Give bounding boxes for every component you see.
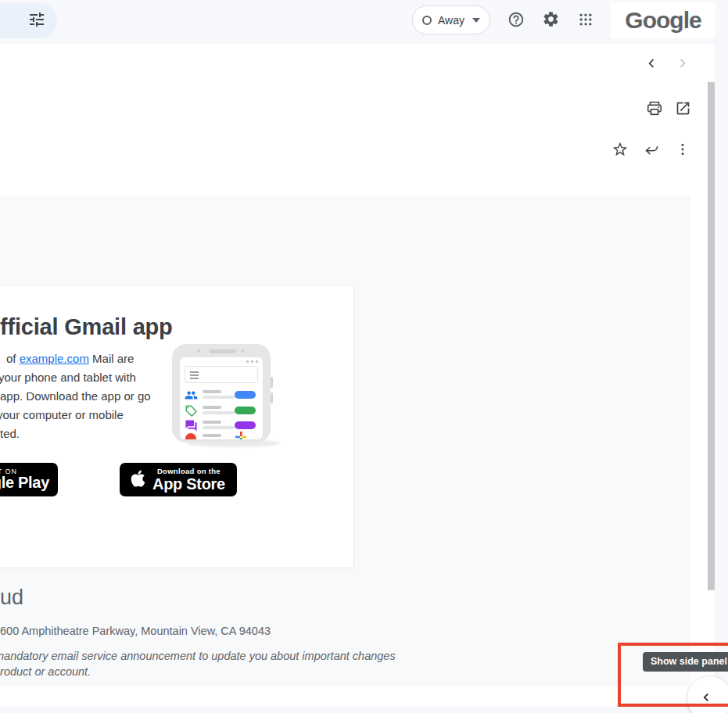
- footer-disclaimer-line-2: product or account.: [0, 665, 91, 678]
- phone-volume-button: [271, 392, 273, 403]
- chevron-left-icon: [698, 690, 714, 708]
- blue-pill: [235, 391, 256, 399]
- newer-email-button[interactable]: [636, 48, 667, 80]
- top-bar: Away Google: [0, 0, 728, 44]
- phone-volume-button: [271, 377, 273, 388]
- availability-status-selector[interactable]: Away: [412, 5, 490, 34]
- phone-inbox-row: [185, 389, 258, 401]
- phone-speaker: [210, 349, 236, 353]
- older-email-button[interactable]: [667, 48, 698, 80]
- chevron-down-icon: [472, 18, 480, 23]
- star-button[interactable]: [604, 134, 636, 166]
- phone-inbox-row: [185, 432, 258, 439]
- body-line-3: app. Download the app or go: [0, 389, 151, 403]
- google-apps-button[interactable]: [570, 5, 601, 36]
- phone-inbox-row: [185, 419, 258, 432]
- body-line-4: your computer or mobile: [0, 408, 124, 421]
- purple-pill: [235, 421, 256, 429]
- compose-plus-icon: [235, 431, 258, 439]
- search-options-button[interactable]: [0, 3, 57, 38]
- phone-search-bar: [185, 366, 258, 383]
- away-status-icon: [422, 16, 432, 25]
- phone-status-icons: [246, 360, 258, 363]
- bottom-margin: [0, 706, 728, 713]
- status-label: Away: [438, 14, 464, 27]
- account-logo[interactable]: Google: [611, 2, 715, 38]
- gmail-window: Away Google: [0, 0, 728, 713]
- print-button[interactable]: [639, 94, 670, 125]
- settings-button[interactable]: [535, 5, 566, 36]
- green-pill: [235, 407, 256, 414]
- chevron-left-icon: [643, 55, 660, 74]
- more-options-button[interactable]: [667, 134, 698, 166]
- help-button[interactable]: [500, 5, 532, 36]
- example-com-link[interactable]: example.com: [20, 352, 89, 365]
- email-heading: fficial Gmail app: [0, 314, 173, 340]
- footer-address: 600 Amphitheatre Parkway, Mountain View,…: [0, 625, 271, 637]
- contacts-icon: [185, 389, 198, 402]
- app-store-badge[interactable]: Download on the App Store: [120, 463, 237, 496]
- chevron-right-icon: [674, 55, 691, 74]
- label-icon: [185, 404, 198, 417]
- tune-icon: [27, 10, 46, 32]
- right-margin: [714, 44, 728, 713]
- reply-arrow-icon: [644, 141, 660, 159]
- vertical-scrollbar[interactable]: [708, 82, 715, 590]
- red-dot-icon: [185, 433, 196, 439]
- gear-icon: [542, 10, 560, 30]
- open-in-new-icon: [675, 100, 691, 119]
- phone-inbox-row: [185, 404, 258, 417]
- star-outline-icon: [611, 141, 629, 160]
- phone-sensor-dot: [241, 349, 244, 353]
- help-icon: [507, 11, 525, 30]
- chat-icon: [185, 419, 198, 432]
- reply-button[interactable]: [636, 134, 667, 166]
- more-vert-icon: [675, 142, 690, 159]
- phone-illustration: [172, 344, 271, 442]
- phone-camera-dot: [197, 349, 200, 353]
- body-line-1: of example.com Mail are: [6, 352, 134, 365]
- google-play-badge[interactable]: GET IT ON Google Play: [0, 463, 58, 496]
- footer-disclaimer-line-1: mandatory email service announcement to …: [0, 650, 396, 662]
- show-side-panel-tooltip: Show side panel: [643, 652, 728, 672]
- apps-grid-icon: [578, 12, 594, 30]
- google-wordmark: Google: [625, 7, 701, 34]
- body-line-5: ted.: [0, 427, 20, 440]
- phone-screen: [180, 357, 263, 439]
- show-side-panel-button[interactable]: [687, 676, 728, 713]
- open-in-new-window-button[interactable]: [667, 94, 698, 125]
- apple-logo-icon: [131, 469, 145, 491]
- body-line-2: your phone and tablet with: [0, 371, 136, 384]
- printer-icon: [646, 100, 663, 120]
- footer-brand: ud: [0, 586, 23, 610]
